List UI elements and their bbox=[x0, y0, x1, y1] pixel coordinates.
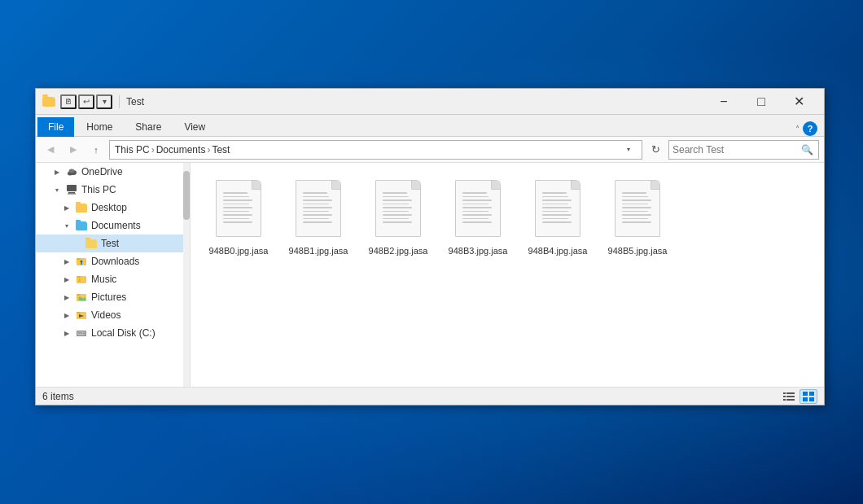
sidebar-item-downloads[interactable]: ▶ Downloads bbox=[36, 252, 190, 270]
file-line bbox=[622, 199, 651, 201]
file-line bbox=[462, 192, 487, 194]
sidebar-item-pictures[interactable]: ▶ Pictures bbox=[36, 288, 190, 306]
file-line bbox=[383, 196, 409, 198]
file-item-file3[interactable]: 948B3.jpg.jasa bbox=[441, 174, 515, 262]
file-line bbox=[223, 204, 249, 205]
back-button[interactable]: ◀ bbox=[41, 140, 60, 160]
svg-point-21 bbox=[83, 333, 85, 335]
sidebar-item-onedrive[interactable]: ▶ OneDrive bbox=[36, 163, 190, 181]
svg-rect-13 bbox=[77, 294, 81, 296]
file-line bbox=[303, 211, 329, 213]
view-buttons bbox=[780, 389, 817, 404]
svg-rect-4 bbox=[68, 192, 75, 194]
tab-view[interactable]: View bbox=[173, 117, 216, 136]
sidebar-item-test[interactable]: Test bbox=[36, 234, 190, 252]
svg-rect-23 bbox=[783, 392, 786, 394]
minimize-button[interactable]: − bbox=[705, 90, 743, 114]
file-item-file2[interactable]: 948B2.jpg.jasa bbox=[361, 174, 435, 262]
tab-share[interactable]: Share bbox=[125, 117, 172, 136]
file-lines-file0 bbox=[223, 192, 252, 223]
search-icon[interactable]: 🔍 bbox=[799, 142, 815, 158]
sidebar-label-desktop: Desktop bbox=[91, 202, 127, 213]
file-item-file5[interactable]: 948B5.jpg.jasa bbox=[601, 174, 674, 262]
address-dropdown-button[interactable]: ▾ bbox=[620, 141, 637, 159]
sidebar-item-desktop[interactable]: ▶ Desktop bbox=[36, 199, 190, 217]
file-line bbox=[622, 214, 651, 216]
sidebar-scrollbar-thumb[interactable] bbox=[183, 171, 190, 220]
sidebar-label-videos: Videos bbox=[91, 309, 120, 321]
expand-icon-test bbox=[72, 239, 81, 248]
ribbon-collapse-button[interactable]: ˄ bbox=[795, 125, 799, 134]
window-title: Test bbox=[126, 96, 705, 107]
tab-file[interactable]: File bbox=[37, 117, 74, 137]
up-button[interactable]: ↑ bbox=[86, 140, 106, 160]
ribbon-help-button[interactable]: ? bbox=[803, 121, 817, 136]
file-line bbox=[383, 199, 412, 201]
file-line bbox=[303, 214, 332, 216]
forward-button[interactable]: ▶ bbox=[64, 140, 83, 160]
file-item-file4[interactable]: 948B4.jpg.jasa bbox=[521, 174, 594, 262]
file-line bbox=[462, 196, 488, 198]
svg-rect-24 bbox=[786, 392, 795, 394]
file-line bbox=[383, 207, 412, 208]
file-line bbox=[622, 221, 651, 223]
file-line bbox=[462, 221, 492, 223]
file-line bbox=[622, 207, 651, 208]
test-folder-icon bbox=[85, 237, 98, 250]
qat-dropdown-button[interactable]: ▾ bbox=[96, 94, 112, 109]
file-line bbox=[542, 207, 572, 208]
svg-rect-5 bbox=[68, 194, 76, 195]
ribbon-right-controls: ˄ ? bbox=[795, 121, 822, 136]
expand-icon-documents: ▾ bbox=[62, 221, 72, 230]
sidebar-label-thispc: This PC bbox=[81, 184, 116, 195]
file-line bbox=[542, 196, 568, 198]
sidebar-label-test: Test bbox=[101, 238, 119, 249]
qat-properties-button[interactable]: 🖹 bbox=[60, 94, 77, 109]
file-line bbox=[383, 214, 412, 216]
search-input[interactable] bbox=[672, 144, 799, 156]
sidebar-item-music[interactable]: ▶ ♪ Music bbox=[36, 270, 190, 288]
addr-part-test: Test bbox=[212, 144, 230, 156]
expand-icon-desktop: ▶ bbox=[62, 203, 72, 213]
sidebar-item-localdisk[interactable]: ▶ Local Disk (C:) bbox=[36, 324, 190, 342]
file-line bbox=[462, 218, 488, 220]
sidebar-label-localdisk: Local Disk (C:) bbox=[91, 327, 156, 339]
file-paper-file5 bbox=[615, 180, 660, 237]
refresh-button[interactable]: ↻ bbox=[646, 140, 665, 160]
addr-sep-1: › bbox=[151, 144, 155, 156]
close-button[interactable]: ✕ bbox=[780, 90, 817, 114]
sidebar-item-videos[interactable]: ▶ Videos bbox=[36, 306, 190, 324]
file-icon-file4 bbox=[532, 180, 584, 242]
tab-home[interactable]: Home bbox=[76, 117, 123, 136]
file-line bbox=[383, 211, 409, 213]
title-separator bbox=[119, 95, 120, 108]
address-bar[interactable]: This PC › Documents › Test ▾ bbox=[109, 140, 642, 160]
sidebar-label-downloads: Downloads bbox=[91, 256, 139, 267]
files-grid: 948B0.jpg.jasa 948B1.jpg.jasa 948B2.jpg.… bbox=[199, 171, 816, 265]
ribbon: File Home Share View ˄ ? bbox=[36, 115, 824, 137]
sidebar-item-thispc[interactable]: ▾ This PC bbox=[36, 181, 190, 199]
file-line bbox=[303, 221, 332, 223]
sidebar-label-onedrive: OneDrive bbox=[81, 166, 123, 177]
documents-folder-icon bbox=[75, 219, 88, 232]
content-area: ▶ OneDrive ▾ This PC ▶ Desktop bbox=[36, 163, 824, 387]
sidebar-scrollbar-track[interactable] bbox=[183, 163, 190, 387]
maximize-button[interactable]: □ bbox=[743, 90, 780, 114]
file-line bbox=[223, 221, 252, 223]
file-icon-file5 bbox=[611, 180, 664, 242]
file-line bbox=[542, 204, 568, 205]
file-item-file1[interactable]: 948B1.jpg.jasa bbox=[282, 174, 355, 262]
file-item-file0[interactable]: 948B0.jpg.jasa bbox=[202, 174, 275, 262]
addr-part-documents: Documents bbox=[156, 144, 206, 156]
file-line bbox=[303, 207, 332, 208]
view-list-button[interactable] bbox=[780, 389, 798, 404]
sidebar-item-documents[interactable]: ▾ Documents bbox=[36, 217, 190, 234]
search-box[interactable]: 🔍 bbox=[668, 140, 819, 160]
window-icon bbox=[42, 95, 55, 108]
file-line bbox=[383, 221, 412, 223]
file-line bbox=[622, 218, 648, 220]
qat-undo-button[interactable]: ↩ bbox=[78, 94, 94, 109]
file-paper-file0 bbox=[216, 180, 261, 237]
view-grid-button[interactable] bbox=[799, 389, 817, 404]
address-bar-row: ◀ ▶ ↑ This PC › Documents › Test ▾ ↻ 🔍 bbox=[36, 137, 824, 163]
